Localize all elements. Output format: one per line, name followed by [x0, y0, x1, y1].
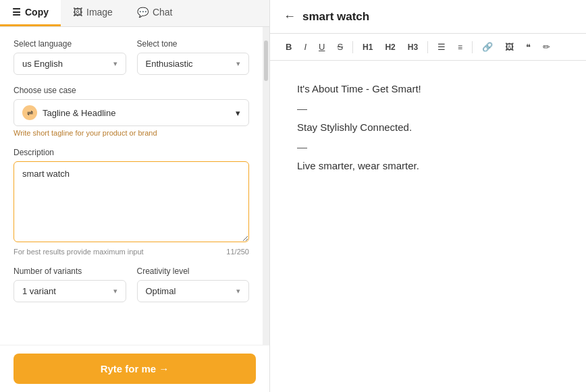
back-arrow-icon[interactable]: ← — [284, 9, 296, 24]
content-line-3: Live smarter, wear smarter. — [297, 158, 559, 174]
language-group: Select language us English ▾ — [14, 39, 126, 75]
description-label: Description — [14, 148, 249, 157]
content-area: It's About Time - Get Smart! — Stay Styl… — [270, 61, 586, 392]
variants-value: 1 variant — [22, 286, 56, 296]
tab-image-label: Image — [86, 7, 113, 18]
content-dash-2: — — [297, 141, 559, 152]
link-button[interactable]: 🔗 — [477, 39, 498, 55]
underline-button[interactable]: U — [314, 39, 329, 55]
toolbar-separator-3 — [472, 41, 473, 53]
toolbar-separator-1 — [352, 41, 353, 53]
edit-button[interactable]: ✏ — [538, 39, 555, 55]
tone-group: Select tone Enthusiastic ▾ — [137, 39, 250, 75]
content-line-1: It's About Time - Get Smart! — [297, 81, 559, 97]
strikethrough-button[interactable]: S — [332, 39, 348, 55]
use-case-value: Tagline & Headline — [43, 108, 115, 118]
tone-value: Enthusiastic — [146, 59, 193, 69]
use-case-select[interactable]: ⇌ Tagline & Headline ▾ — [14, 99, 249, 126]
editor-toolbar: B I U S H1 H2 H3 ☰ ≡ 🔗 🖼 ❝ ✏ — [270, 34, 586, 61]
italic-button[interactable]: I — [299, 39, 311, 55]
content-dash-1: — — [297, 103, 559, 114]
tab-copy[interactable]: ☰ Copy — [0, 0, 61, 26]
variants-label: Number of variants — [14, 267, 126, 276]
creativity-chevron-icon: ▾ — [236, 287, 240, 296]
h3-button[interactable]: H3 — [403, 40, 423, 55]
use-case-group: Choose use case ⇌ Tagline & Headline ▾ W… — [14, 86, 249, 137]
toolbar-separator-2 — [427, 41, 428, 53]
variants-select[interactable]: 1 variant ▾ — [14, 280, 126, 302]
copy-icon: ☰ — [12, 7, 21, 18]
variants-creativity-row: Number of variants 1 variant ▾ Creativit… — [14, 267, 249, 302]
left-content: Select language us English ▾ Select tone… — [0, 27, 263, 392]
tab-copy-label: Copy — [25, 7, 49, 18]
scrollbar-thumb — [264, 40, 268, 81]
creativity-group: Creativity level Optimal ▾ — [137, 267, 250, 302]
language-value: us English — [22, 59, 63, 69]
ryte-for-me-button[interactable]: Ryte for me → — [14, 354, 256, 384]
description-count: 11/250 — [226, 248, 249, 256]
right-title: smart watch — [302, 10, 369, 24]
ordered-list-button[interactable]: ≡ — [453, 40, 467, 55]
language-select[interactable]: us English ▾ — [14, 53, 126, 75]
content-line-2: Stay Stylishly Connected. — [297, 119, 559, 136]
creativity-select[interactable]: Optimal ▾ — [137, 280, 250, 302]
use-case-hint: Write short tagline for your product or … — [14, 129, 249, 137]
use-case-chevron-icon: ▾ — [236, 108, 240, 118]
description-textarea[interactable]: smart watch — [14, 161, 249, 242]
tone-chevron-icon: ▾ — [236, 59, 240, 68]
tone-select[interactable]: Enthusiastic ▾ — [137, 53, 250, 75]
description-group: Description smart watch For best results… — [14, 148, 249, 256]
image-icon: 🖼 — [73, 7, 82, 18]
unordered-list-button[interactable]: ☰ — [433, 39, 450, 55]
language-label: Select language — [14, 39, 126, 49]
quote-button[interactable]: ❝ — [521, 39, 535, 55]
description-hint: For best results provide maximum input — [14, 248, 144, 256]
use-case-left: ⇌ Tagline & Headline — [22, 105, 115, 120]
bold-button[interactable]: B — [281, 39, 296, 55]
h2-button[interactable]: H2 — [380, 40, 400, 55]
tab-chat[interactable]: 💬 Chat — [125, 0, 185, 26]
creativity-label: Creativity level — [137, 267, 250, 276]
use-case-label: Choose use case — [14, 86, 249, 95]
tab-chat-label: Chat — [153, 7, 173, 18]
image-button[interactable]: 🖼 — [500, 39, 518, 55]
use-case-icon: ⇌ — [22, 105, 37, 120]
right-panel: ← smart watch B I U S H1 H2 H3 ☰ ≡ 🔗 🖼 ❝… — [270, 0, 586, 392]
tab-image[interactable]: 🖼 Image — [61, 0, 125, 26]
ryte-for-me-label: Ryte for me → — [101, 363, 169, 374]
chat-icon: 💬 — [137, 7, 149, 18]
tab-bar: ☰ Copy 🖼 Image 💬 Chat — [0, 0, 269, 27]
language-chevron-icon: ▾ — [113, 59, 117, 68]
variants-group: Number of variants 1 variant ▾ — [14, 267, 126, 302]
right-header: ← smart watch — [270, 0, 586, 34]
creativity-value: Optimal — [146, 286, 176, 296]
variants-chevron-icon: ▾ — [113, 287, 117, 296]
description-footer: For best results provide maximum input 1… — [14, 248, 249, 256]
h1-button[interactable]: H1 — [358, 40, 377, 55]
cta-bar: Ryte for me → — [0, 345, 269, 392]
left-panel: ☰ Copy 🖼 Image 💬 Chat Select language us… — [0, 0, 270, 392]
tone-label: Select tone — [137, 39, 250, 49]
scrollbar[interactable] — [263, 27, 269, 392]
language-tone-row: Select language us English ▾ Select tone… — [14, 39, 249, 75]
